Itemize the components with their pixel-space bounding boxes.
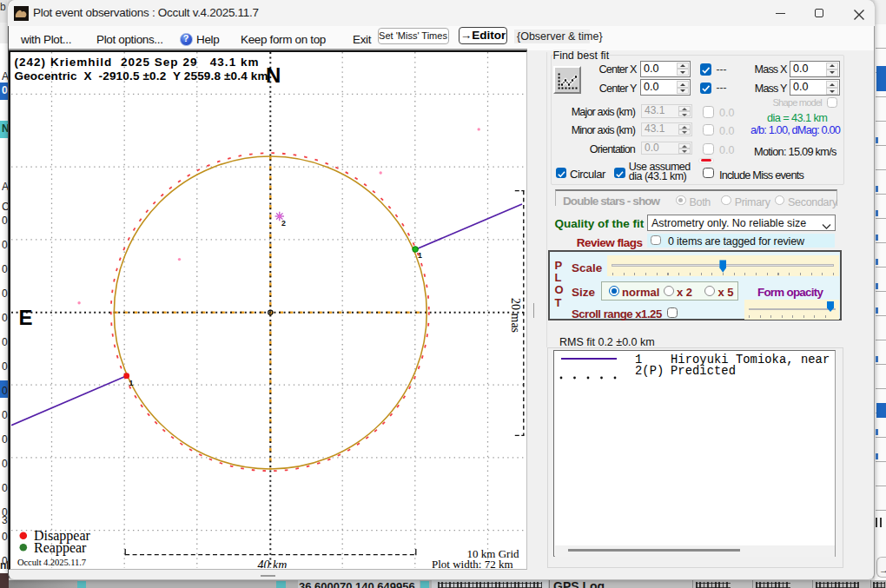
svg-text:1: 1 — [418, 251, 422, 260]
svg-text:Occult 4.2025.11.7: Occult 4.2025.11.7 — [17, 558, 85, 567]
svg-text:(242) Kriemhild 2025 Sep 29: (242) Kriemhild 2025 Sep 29 43.1 km — [14, 56, 258, 69]
svg-text:E: E — [18, 306, 32, 329]
svg-text:1: 1 — [129, 379, 133, 387]
svg-text:N: N — [266, 63, 281, 87]
svg-text:2: 2 — [281, 219, 286, 228]
svg-text:Reappear: Reappear — [34, 540, 87, 556]
svg-text:Geocentric X -2910.5 ±0.2 Y: Geocentric X -2910.5 ±0.2 Y 2559.8 ±0.4 … — [14, 69, 268, 83]
svg-text:40 km: 40 km — [257, 558, 287, 568]
svg-text:Plot width: 72 km: Plot width: 72 km — [431, 558, 512, 569]
svg-text:20 mas: 20 mas — [508, 298, 521, 333]
